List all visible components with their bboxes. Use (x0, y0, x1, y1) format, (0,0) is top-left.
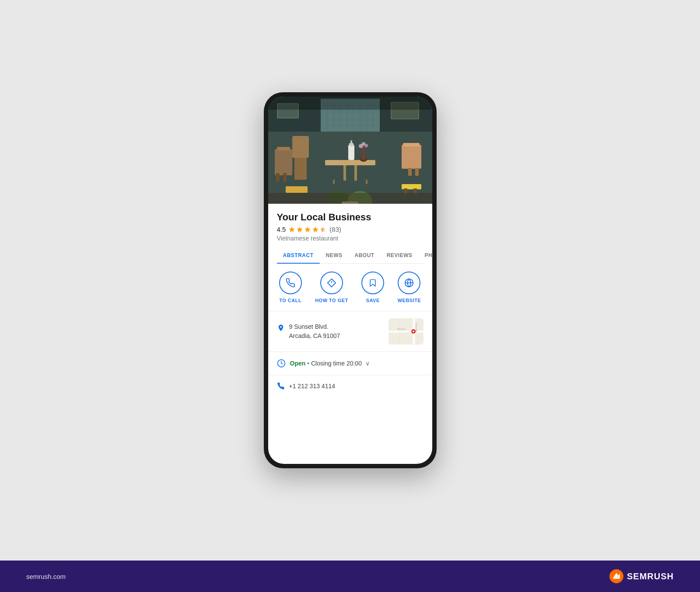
call-icon-circle (279, 272, 302, 294)
hours-separator: • (307, 360, 311, 367)
svg-rect-33 (350, 140, 352, 144)
business-type: Vietnamese restaurant (277, 235, 424, 242)
svg-rect-43 (402, 145, 421, 169)
address-left: 9 Sunset Blvd. Arcadia, CA 91007 (277, 322, 340, 341)
location-icon (277, 323, 285, 333)
semrush-logo: SEMRUSH (609, 569, 674, 583)
phone-frame: Your Local Business 4.5 (264, 92, 437, 468)
tab-news[interactable]: NEWS (320, 248, 349, 264)
hours-text: Open • Closing time 20:00 ∨ (290, 360, 370, 367)
semrush-brand-text: SEMRUSH (627, 571, 674, 582)
svg-rect-30 (366, 180, 368, 184)
star-4 (312, 226, 319, 233)
directions-icon-circle (320, 272, 343, 294)
star-1 (288, 226, 295, 233)
website-button[interactable]: WEBSITE (398, 272, 421, 303)
stars (288, 226, 327, 233)
star-3 (304, 226, 311, 233)
svg-rect-51 (268, 193, 432, 204)
svg-rect-35 (362, 147, 365, 160)
tab-reviews[interactable]: REVIEWS (381, 248, 419, 264)
footer-bar: semrush.com SEMRUSH (0, 561, 700, 592)
svg-rect-31 (348, 145, 354, 160)
tab-abstract[interactable]: ABSTRACT (277, 248, 320, 264)
svg-text:Okoboji Dr: Okoboji Dr (397, 328, 406, 330)
star-2 (296, 226, 303, 233)
to-call-button[interactable]: TO CALL (279, 272, 302, 303)
business-info: Your Local Business 4.5 (268, 204, 432, 264)
svg-rect-23 (283, 173, 287, 182)
review-count: (83) (329, 226, 341, 233)
svg-rect-46 (415, 168, 419, 176)
svg-rect-45 (408, 168, 412, 176)
to-call-label: TO CALL (279, 298, 301, 303)
phone-screen: Your Local Business 4.5 (268, 97, 432, 464)
svg-rect-25 (294, 158, 307, 180)
chevron-down-icon: ∨ (365, 360, 370, 367)
svg-rect-29 (333, 180, 335, 184)
address-section: 9 Sunset Blvd. Arcadia, CA 91007 Okoboji… (268, 311, 432, 352)
svg-rect-21 (277, 147, 290, 150)
svg-rect-24 (292, 136, 309, 158)
semrush-brand-icon (609, 569, 623, 583)
tab-about[interactable]: ABOUT (349, 248, 381, 264)
svg-rect-52 (268, 97, 432, 110)
svg-rect-20 (275, 149, 292, 175)
address-line1: 9 Sunset Blvd. (289, 322, 340, 331)
star-half (320, 226, 327, 233)
svg-rect-28 (354, 165, 357, 181)
bookmark-action-icon (368, 278, 377, 288)
business-name: Your Local Business (277, 212, 424, 223)
directions-action-icon (327, 278, 336, 288)
tabs: ABSTRACT NEWS ABOUT REVIEWS PHOTOS (277, 248, 424, 264)
hours-section[interactable]: Open • Closing time 20:00 ∨ (268, 352, 432, 375)
clock-icon (277, 359, 286, 368)
phone-section[interactable]: +1 212 313 4114 (268, 375, 432, 397)
svg-rect-22 (276, 173, 280, 182)
tab-photos[interactable]: PHOTOS (419, 248, 432, 264)
phone-number[interactable]: +1 212 313 4114 (289, 383, 336, 390)
main-area: Your Local Business 4.5 (0, 0, 700, 561)
svg-point-38 (364, 144, 368, 147)
svg-rect-26 (325, 160, 375, 165)
website-label: WEBSITE (398, 298, 421, 303)
closing-time: Closing time 20:00 (311, 360, 362, 367)
address-line2: Arcadia, CA 91007 (289, 331, 340, 341)
footer-url: semrush.com (26, 573, 66, 580)
how-to-get-label: HOW TO GET (315, 298, 348, 303)
svg-rect-27 (343, 165, 346, 181)
restaurant-photo (268, 97, 432, 204)
action-buttons: TO CALL HOW TO GET (268, 264, 432, 311)
svg-rect-58 (388, 331, 424, 333)
address-text: 9 Sunset Blvd. Arcadia, CA 91007 (289, 322, 340, 341)
svg-rect-50 (286, 186, 308, 193)
save-icon-circle (361, 272, 384, 294)
svg-rect-44 (403, 143, 420, 146)
map-thumbnail[interactable]: Okoboji Dr Sunset Blvd (388, 318, 424, 345)
globe-action-icon (404, 278, 414, 288)
save-button[interactable]: SAVE (361, 272, 384, 303)
how-to-get-button[interactable]: HOW TO GET (315, 272, 348, 303)
open-status: Open (290, 360, 306, 367)
rating-number: 4.5 (277, 226, 286, 233)
phone-icon (277, 382, 285, 390)
website-icon-circle (398, 272, 420, 294)
save-label: SAVE (366, 298, 380, 303)
svg-point-66 (413, 331, 414, 332)
phone-action-icon (286, 278, 295, 288)
rating-row: 4.5 (277, 226, 424, 233)
